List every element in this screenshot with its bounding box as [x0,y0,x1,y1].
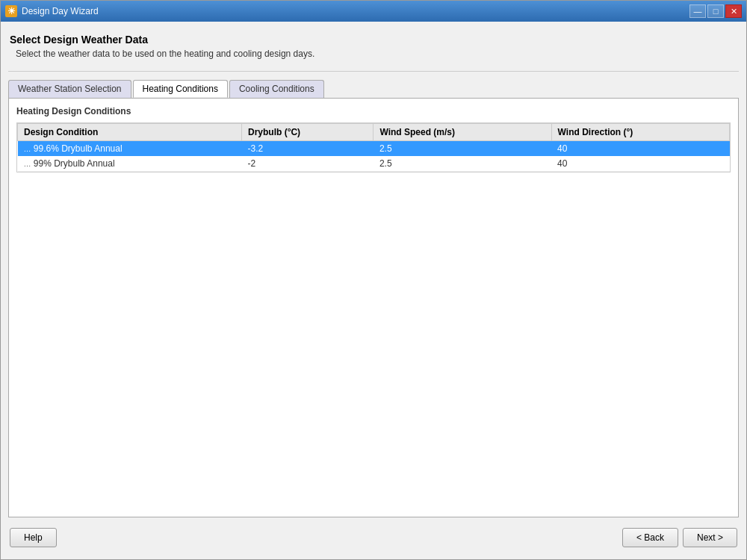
section-title: Heating Design Conditions [16,106,731,116]
cell-design-condition: … 99% Drybulb Annual [18,156,242,172]
header-divider [8,71,739,72]
col-drybulb: Drybulb (°C) [241,124,373,141]
tab-heating-conditions[interactable]: Heating Conditions [133,80,228,98]
tab-weather-station[interactable]: Weather Station Selection [8,80,131,98]
close-button[interactable]: ✕ [725,4,742,18]
table-row[interactable]: … 99% Drybulb Annual-22.540 [18,156,730,172]
page-title: Select Design Weather Data [10,34,737,46]
title-bar: ☀ Design Day Wizard — □ ✕ [1,1,746,22]
cell-drybulb: -2 [241,156,373,172]
header-section: Select Design Weather Data Select the we… [8,29,739,63]
tab-content: Heating Design Conditions Design Conditi… [8,98,739,517]
window-title: Design Day Wizard [22,6,99,16]
bottom-bar: Help < Back Next > [8,523,739,552]
page-subtitle: Select the weather data to be used on th… [10,49,737,59]
row-expand-icon: … [24,145,31,153]
cell-wind-speed: 2.5 [374,156,551,172]
cell-design-condition: … 99.6% Drybulb Annual [18,141,242,157]
table-header: Design Condition Drybulb (°C) Wind Speed… [18,124,730,141]
window-controls: — □ ✕ [689,4,742,18]
col-wind-direction: Wind Direction (°) [551,124,729,141]
help-button[interactable]: Help [10,528,57,547]
heating-conditions-table: Design Condition Drybulb (°C) Wind Speed… [17,123,730,172]
tabs-container: Weather Station Selection Heating Condit… [8,79,739,517]
next-button[interactable]: Next > [683,528,737,547]
main-window: ☀ Design Day Wizard — □ ✕ Select Design … [0,0,747,560]
tab-bar: Weather Station Selection Heating Condit… [8,80,739,99]
cell-wind-direction: 40 [551,156,729,172]
col-wind-speed: Wind Speed (m/s) [374,124,551,141]
title-bar-left: ☀ Design Day Wizard [5,5,99,17]
app-icon: ☀ [5,5,17,17]
row-expand-icon: … [24,160,31,168]
nav-buttons: < Back Next > [622,528,737,547]
cell-wind-speed: 2.5 [374,141,551,157]
tab-cooling-conditions[interactable]: Cooling Conditions [229,80,324,98]
table-header-row: Design Condition Drybulb (°C) Wind Speed… [18,124,730,141]
content-area: Select Design Weather Data Select the we… [1,22,746,559]
minimize-button[interactable]: — [689,4,706,18]
table-row[interactable]: … 99.6% Drybulb Annual-3.22.540 [18,141,730,157]
maximize-button[interactable]: □ [707,4,724,18]
table-wrapper: Design Condition Drybulb (°C) Wind Speed… [16,122,731,172]
back-button[interactable]: < Back [622,528,678,547]
cell-wind-direction: 40 [551,141,729,157]
col-design-condition: Design Condition [18,124,242,141]
table-body: … 99.6% Drybulb Annual-3.22.540… 99% Dry… [18,141,730,172]
cell-drybulb: -3.2 [241,141,373,157]
